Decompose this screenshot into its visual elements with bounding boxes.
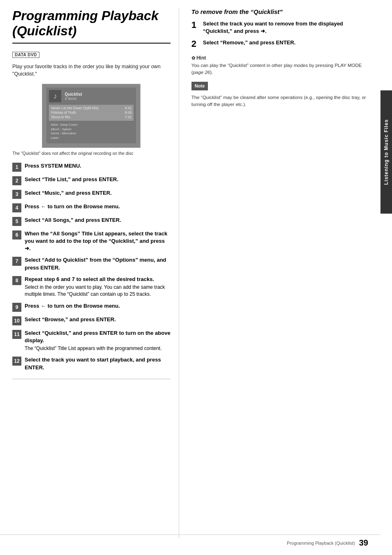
- hint-text: You can play the “Quicklist” content in …: [191, 62, 368, 76]
- step-number-1: 1: [12, 163, 21, 172]
- hint-box: Hint You can play the “Quicklist” conten…: [191, 55, 368, 76]
- step-item-11: 11Select “Quicklist,” and press ENTER to…: [12, 329, 171, 352]
- quicklist-title: Quicklist: [65, 92, 134, 97]
- step-number-9: 9: [12, 303, 21, 312]
- right-column: To remove from the “Quicklist” 1Select t…: [179, 8, 368, 539]
- step-item-6: 6When the “All Songs” Title List appears…: [12, 230, 171, 253]
- track-row-3: Shout in Rio 7:31: [51, 115, 131, 119]
- quicklist-count: 3 items: [65, 97, 134, 101]
- step-item-8: 8Repeat step 6 and 7 to select all the d…: [12, 276, 171, 298]
- note-text: The “Quicklist” may be cleared after som…: [191, 94, 368, 108]
- step-content-1: Press SYSTEM MENU.: [25, 162, 81, 170]
- step-item-4: 4Press ← to turn on the Browse menu.: [12, 203, 171, 212]
- note-box: Note: [191, 82, 208, 90]
- step-item-12: 12Select the track you want to start pla…: [12, 356, 171, 371]
- step-item-2: 2Select “Title List,” and press ENTER.: [12, 176, 171, 185]
- step-item-1: 1Press SYSTEM MENU.: [12, 162, 171, 172]
- step-item-10: 10Select “Browse,” and press ENTER.: [12, 316, 171, 325]
- page-title: Programming Playback (Quicklist): [12, 8, 171, 39]
- step-content-9: Press ← to turn on the Browse menu.: [25, 302, 120, 310]
- right-section-title: To remove from the “Quicklist”: [191, 8, 368, 15]
- right-step-content-1: Select the track you want to remove from…: [203, 20, 368, 35]
- right-step-number-1: 1: [191, 20, 199, 30]
- side-tab-label: Listening to Music Files: [383, 119, 389, 185]
- right-step-item-1: 1Select the track you want to remove fro…: [191, 20, 368, 35]
- side-tab: Listening to Music Files: [380, 90, 392, 214]
- step-number-8: 8: [12, 276, 21, 285]
- step-item-3: 3Select “Music,” and press ENTER.: [12, 189, 171, 199]
- step-content-12: Select the track you want to start playb…: [25, 356, 171, 371]
- track-row-1: Never Let Me Down (Split Mix) 9:31: [51, 106, 131, 110]
- step-content-10: Select “Browse,” and press ENTER.: [25, 316, 116, 323]
- screenshot-box: ♪ Quicklist 3 items Never Let Me Down (S…: [42, 84, 141, 148]
- step-content-11: Select “Quicklist,” and press ENTER to t…: [25, 329, 171, 352]
- intro-text: Play your favorite tracks in the order y…: [12, 63, 171, 78]
- step-content-7: Select “Add to Quicklist” from the “Opti…: [25, 256, 171, 271]
- right-step-item-2: 2Select “Remove,” and press ENTER.: [191, 39, 368, 49]
- step-item-5: 5Select “All Songs,” and press ENTER.: [12, 216, 171, 226]
- note-section: Note The “Quicklist” may be cleared afte…: [191, 82, 368, 108]
- music-note-icon: ♪: [49, 90, 61, 102]
- screenshot-info: Artist : Deep Crown Album : Splash Genre…: [49, 122, 134, 141]
- step-content-4: Press ← to turn on the Browse menu.: [25, 203, 120, 210]
- page-number: 39: [359, 538, 368, 548]
- note-label: Note: [195, 83, 205, 88]
- step-number-7: 7: [12, 257, 21, 266]
- step-number-3: 3: [12, 190, 21, 199]
- screenshot-container: ♪ Quicklist 3 items Never Let Me Down (S…: [12, 84, 171, 148]
- step-content-5: Select “All Songs,” and press ENTER.: [25, 216, 121, 224]
- step-subtext-8: Select in the order you want to play. Yo…: [25, 284, 171, 298]
- quicklist-tracks: Never Let Me Down (Split Mix) 9:31 Polic…: [49, 105, 134, 121]
- screenshot-caption: The "Quicklist" does not affect the orig…: [12, 150, 171, 157]
- step-number-6: 6: [12, 230, 21, 240]
- step-number-12: 12: [12, 357, 21, 366]
- step-subtext-11: The “Quicklist” Title List appears with …: [25, 345, 171, 352]
- step-number-2: 2: [12, 176, 21, 185]
- data-dvd-badge: DATA DVD: [12, 52, 39, 58]
- step-content-8: Repeat step 6 and 7 to select all the de…: [25, 276, 171, 298]
- right-steps-list: 1Select the track you want to remove fro…: [191, 20, 368, 49]
- right-step-number-2: 2: [191, 39, 199, 49]
- step-content-2: Select “Title List,” and press ENTER.: [25, 176, 118, 183]
- page-footer: Programming Playback (Quicklist) 39: [0, 534, 380, 548]
- footer-text: Programming Playback (Quicklist): [287, 541, 355, 546]
- step-number-5: 5: [12, 217, 21, 226]
- step-item-9: 9Press ← to turn on the Browse menu.: [12, 302, 171, 312]
- step-number-4: 4: [12, 203, 21, 212]
- step-content-6: When the “All Songs” Title List appears,…: [25, 230, 171, 253]
- track-row-2: Policies of Truth 8:00: [51, 111, 131, 115]
- left-column: Programming Playback (Quicklist) DATA DV…: [12, 8, 179, 539]
- hint-title: Hint: [191, 55, 368, 61]
- right-step-content-2: Select “Remove,” and press ENTER.: [203, 39, 295, 46]
- step-number-10: 10: [12, 316, 21, 325]
- main-content: Programming Playback (Quicklist) DATA DV…: [0, 0, 380, 555]
- steps-list: 1Press SYSTEM MENU.2Select “Title List,”…: [12, 162, 171, 371]
- step-content-3: Select “Music,” and press ENTER.: [25, 189, 112, 197]
- step-number-11: 11: [12, 330, 21, 339]
- step-item-7: 7Select “Add to Quicklist” from the “Opt…: [12, 256, 171, 271]
